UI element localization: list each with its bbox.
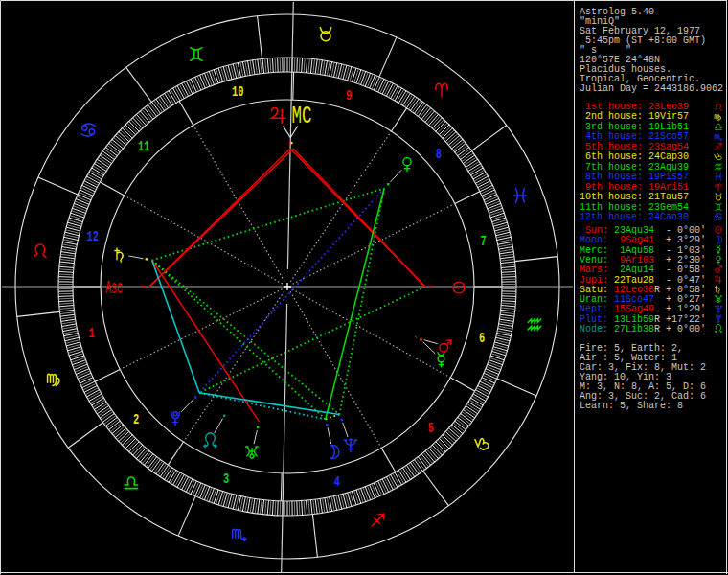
svg-text:3: 3 [223, 472, 229, 487]
svg-text:7: 7 [480, 235, 486, 250]
svg-text:12th house: 24Can30: 12th house: 24Can30 [580, 212, 689, 222]
svg-text:2nd house: 19Vir57: 2nd house: 19Vir57 [580, 111, 689, 122]
svg-text:10th house: 21Tau57: 10th house: 21Tau57 [580, 192, 689, 202]
svg-text:11: 11 [138, 139, 149, 154]
svg-text:4th house: 21Sco57: 4th house: 21Sco57 [580, 131, 689, 142]
svg-text:10: 10 [232, 85, 243, 101]
svg-text:Asc: Asc [105, 276, 123, 299]
svg-text:8: 8 [436, 148, 442, 163]
svg-text:3rd house: 19Lib51: 3rd house: 19Lib51 [580, 122, 689, 132]
svg-text:9: 9 [346, 88, 352, 104]
svg-text:Node: 27Lib38R + 0°00': Node: 27Lib38R + 0°00' [580, 324, 706, 334]
svg-text:MC: MC [292, 103, 312, 129]
svg-text:7th house: 23Aqu39: 7th house: 23Aqu39 [580, 162, 689, 172]
svg-text:1: 1 [88, 326, 94, 341]
svg-text:8th house: 19Pis57: 8th house: 19Pis57 [580, 172, 689, 182]
svg-text:1st house: 23Leo39: 1st house: 23Leo39 [580, 102, 689, 112]
svg-text:Julian Day = 2443186.9062: Julian Day = 2443186.9062 [580, 83, 723, 94]
svg-text:2: 2 [133, 413, 139, 428]
svg-text:Learn: 5, Share: 8: Learn: 5, Share: 8 [580, 401, 683, 411]
svg-text:5th house: 23Sag54: 5th house: 23Sag54 [580, 142, 689, 152]
svg-text:12: 12 [87, 230, 99, 245]
svg-text:11th house: 23Gem54: 11th house: 23Gem54 [580, 202, 689, 213]
svg-text:6: 6 [479, 331, 485, 346]
svg-text:9th house: 19Ari51: 9th house: 19Ari51 [580, 182, 689, 193]
svg-text:5: 5 [428, 422, 434, 437]
svg-text:4: 4 [334, 475, 341, 491]
svg-text:6th house: 24Cap30: 6th house: 24Cap30 [580, 151, 689, 162]
